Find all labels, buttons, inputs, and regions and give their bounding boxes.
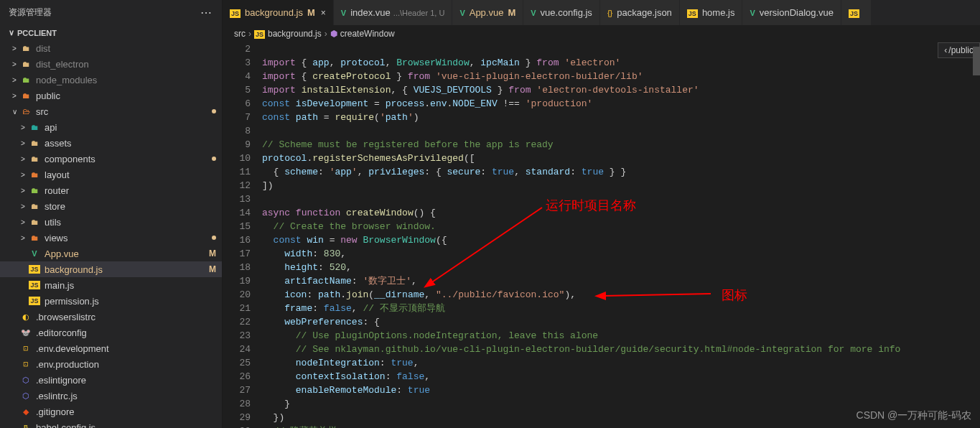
- tree-item[interactable]: >🖿router: [0, 182, 222, 198]
- editor[interactable]: 2345678910111213141516171819202122232425…: [223, 42, 980, 428]
- code-line[interactable]: import { createProtocol } from 'vue-cli-…: [262, 70, 980, 83]
- code-line[interactable]: icon: path.join(__dirname, "../public/fa…: [262, 288, 980, 302]
- code-line[interactable]: frame: false, // 不显示顶部导航: [262, 302, 980, 315]
- chevron-icon: >: [17, 171, 29, 179]
- tree-item[interactable]: 🐭.editorconfig: [0, 325, 222, 340]
- workspace-title[interactable]: ∨ PCCLIENT: [0, 25, 222, 40]
- tree-item[interactable]: >🖿layout: [0, 167, 222, 182]
- code-line[interactable]: nodeIntegration: true,: [262, 356, 980, 370]
- editor-tab[interactable]: Vindex.vue...\Header 1, U: [334, 0, 453, 25]
- watermark: CSDN @一万种可能-码农: [857, 409, 971, 422]
- tree-item[interactable]: >🖿public: [0, 88, 222, 103]
- code-line[interactable]: async function createWindow() {: [262, 206, 980, 220]
- scrollbar-vertical[interactable]: [970, 42, 980, 428]
- tree-item[interactable]: >🖿store: [0, 198, 222, 214]
- file-icon: ◆: [20, 406, 32, 417]
- tree-item[interactable]: ⬡.eslintrc.js: [0, 388, 222, 404]
- code-line[interactable]: contextIsolation: false,: [262, 370, 980, 383]
- code-line[interactable]: [262, 124, 980, 138]
- chevron-right-icon: ›: [325, 29, 327, 39]
- code-line[interactable]: height: 520,: [262, 261, 980, 274]
- code-line[interactable]: import { app, protocol, BrowserWindow, i…: [262, 56, 980, 70]
- tree-item[interactable]: >🖿api: [0, 119, 222, 135]
- breadcrumb-item[interactable]: src: [234, 29, 246, 39]
- tree-item[interactable]: >🖿assets: [0, 135, 222, 151]
- editor-tab[interactable]: JShome.js: [680, 0, 743, 25]
- tree-item[interactable]: Bbabel.config.js: [0, 419, 222, 428]
- git-badge: M: [307, 7, 315, 18]
- tree-item[interactable]: ⊡.env.development: [0, 340, 222, 356]
- tree-item[interactable]: >🖿dist: [0, 40, 222, 56]
- code-line[interactable]: const isDevelopment = process.env.NODE_E…: [262, 97, 980, 111]
- breadcrumb-item[interactable]: ⬢createWindow: [330, 29, 395, 39]
- tree-label: router: [45, 185, 222, 196]
- line-number: 14: [223, 206, 251, 220]
- explorer-header: 资源管理器 ⋯: [0, 0, 222, 25]
- code-line[interactable]: // See nklayman.github.io/vue-cli-plugin…: [262, 343, 980, 356]
- tree-item[interactable]: >🖿components: [0, 151, 222, 167]
- code-line[interactable]: enableRemoteModule: true: [262, 383, 980, 397]
- more-icon[interactable]: ⋯: [200, 6, 213, 19]
- git-badge: M: [209, 248, 216, 259]
- tree-item[interactable]: JSmain.js: [0, 277, 222, 293]
- code-line[interactable]: // 隐藏菜单栏: [262, 424, 980, 428]
- code-line[interactable]: [262, 192, 980, 206]
- code-line[interactable]: ]): [262, 179, 980, 192]
- code-line[interactable]: width: 830,: [262, 247, 980, 261]
- tree-item[interactable]: >🖿views: [0, 230, 222, 246]
- code-line[interactable]: { scheme: 'app', privileges: { secure: t…: [262, 165, 980, 179]
- tree-label: permission.js: [45, 296, 222, 307]
- editor-tab[interactable]: JS: [841, 0, 872, 25]
- tree-item[interactable]: >🖿utils: [0, 214, 222, 230]
- line-number: 20: [223, 288, 251, 302]
- tree-item[interactable]: ◐.browserslistrc: [0, 309, 222, 325]
- tree-item[interactable]: ⬡.eslintignore: [0, 372, 222, 388]
- code-area[interactable]: import { app, protocol, BrowserWindow, i…: [262, 42, 980, 428]
- scrollbar-thumb[interactable]: [973, 47, 980, 75]
- tree-label: .env.development: [36, 343, 222, 354]
- tree-item[interactable]: JSpermission.js: [0, 293, 222, 309]
- chevron-icon: >: [9, 92, 20, 100]
- code-line[interactable]: const path = require('path'): [262, 111, 980, 124]
- code-line[interactable]: // Create the browser window.: [262, 220, 980, 233]
- breadcrumb[interactable]: src›JSbackground.js›⬢createWindow: [223, 25, 980, 42]
- tree-item[interactable]: ⊡.env.production: [0, 356, 222, 372]
- chevron-icon: >: [9, 45, 20, 52]
- file-icon: 🖿: [29, 137, 40, 149]
- file-icon: ⊡: [20, 358, 32, 370]
- chevron-icon: >: [17, 187, 29, 195]
- tree-label: node_modules: [36, 75, 222, 85]
- line-number: 24: [223, 343, 251, 356]
- breadcrumb-label: createWindow: [340, 29, 395, 39]
- tree-label: App.vue: [45, 248, 209, 259]
- tree-item[interactable]: ◆.gitignore: [0, 404, 222, 419]
- tab-label: package.json: [617, 7, 672, 18]
- code-line[interactable]: [262, 42, 980, 56]
- code-line[interactable]: protocol.registerSchemesAsPrivileged([: [262, 152, 980, 165]
- code-line[interactable]: const win = new BrowserWindow({: [262, 233, 980, 247]
- tree-label: .eslintrc.js: [36, 391, 222, 401]
- tree-item[interactable]: VApp.vueM: [0, 246, 222, 261]
- git-badge: M: [508, 7, 515, 18]
- code-line[interactable]: // Scheme must be registered before the …: [262, 138, 980, 152]
- code-line[interactable]: import installExtension, { VUEJS_DEVTOOL…: [262, 83, 980, 97]
- tree-item[interactable]: JSbackground.jsM: [0, 261, 222, 277]
- tree-item[interactable]: ∨🗁src: [0, 103, 222, 119]
- code-line[interactable]: artifactName: '数字卫士',: [262, 274, 980, 288]
- line-number: 9: [223, 138, 251, 152]
- editor-tab[interactable]: JSbackground.jsM×: [223, 0, 334, 25]
- tree-label: components: [45, 154, 212, 164]
- editor-tab[interactable]: VApp.vueM: [452, 0, 523, 25]
- tree-label: layout: [45, 169, 222, 180]
- breadcrumb-item[interactable]: JSbackground.js: [254, 29, 322, 39]
- editor-tab[interactable]: {}package.json: [600, 0, 680, 25]
- tree-item[interactable]: >🖿node_modules: [0, 72, 222, 88]
- close-icon[interactable]: ×: [321, 8, 326, 18]
- editor-tab[interactable]: Vvue.config.js: [523, 0, 600, 25]
- tree-item[interactable]: >🖿dist_electron: [0, 56, 222, 72]
- file-icon: JS: [687, 9, 698, 17]
- editor-tab[interactable]: VversionDialog.vue: [742, 0, 841, 25]
- file-icon: 🖿: [29, 121, 40, 133]
- code-line[interactable]: // Use pluginOptions.nodeIntegration, le…: [262, 329, 980, 343]
- code-line[interactable]: webPreferences: {: [262, 315, 980, 329]
